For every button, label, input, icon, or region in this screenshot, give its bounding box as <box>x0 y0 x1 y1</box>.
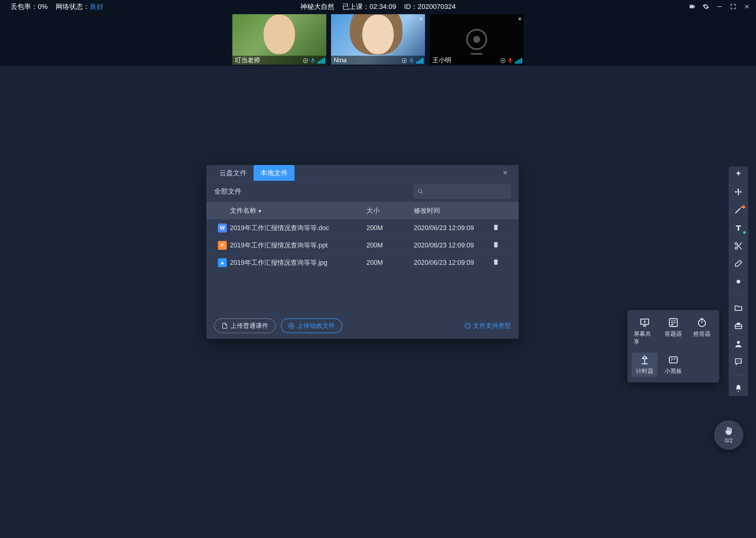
fullscreen-icon[interactable] <box>729 3 737 11</box>
popover-miniboard[interactable]: 小黑板 <box>660 352 686 377</box>
file-mtime: 2020/06/23 12:09:09 <box>414 242 493 249</box>
answertool-icon <box>668 317 679 328</box>
hand-icon <box>724 426 734 437</box>
tool-pen[interactable] <box>732 205 744 215</box>
packet-loss: 丢包率：0% <box>11 2 48 11</box>
file-dialog: 云盘文件本地文件 × 全部文件 文件名称 大小 修改时间 W2019年工作汇报情… <box>206 165 519 339</box>
popover-answertool[interactable]: 答题器 <box>660 315 686 348</box>
video-thumb[interactable]: ×Nina <box>331 14 425 65</box>
file-tab[interactable]: 云盘文件 <box>213 165 254 181</box>
upload-animated-button[interactable]: 上传动效文件 <box>281 318 342 333</box>
svg-rect-9 <box>669 319 677 327</box>
breadcrumb: 全部文件 <box>214 187 242 196</box>
svg-point-16 <box>737 341 740 344</box>
col-mtime[interactable]: 修改时间 <box>414 206 493 215</box>
video-thumb[interactable]: 叮当老师 <box>232 14 326 65</box>
file-type-icon: P <box>218 241 227 250</box>
tool-bell[interactable] <box>732 383 744 394</box>
move-icon <box>734 188 743 197</box>
file-type-icon: ▲ <box>218 258 227 267</box>
mic-status-icon <box>310 58 316 64</box>
signal-icon <box>416 58 423 64</box>
bell-icon <box>734 384 743 393</box>
session-id: ID：2020070324 <box>404 2 456 11</box>
session-title: 神秘大自然 <box>300 2 334 11</box>
popover-label: 屏幕共享 <box>634 330 655 346</box>
svg-point-12 <box>735 242 737 245</box>
delete-file-icon[interactable] <box>493 241 508 249</box>
col-size[interactable]: 大小 <box>366 206 414 215</box>
minimize-icon[interactable] <box>716 3 724 11</box>
popover-label: 计时器 <box>636 367 653 375</box>
tool-text[interactable] <box>732 223 744 233</box>
dialog-close-icon[interactable]: × <box>499 165 511 181</box>
right-toolbar <box>729 167 748 396</box>
search-icon <box>418 188 423 195</box>
file-name: 2019年工作汇报情况查询等等.jpg <box>230 258 366 267</box>
file-row[interactable]: ▲2019年工作汇报情况查询等等.jpg200M2020/06/23 12:09… <box>206 254 519 271</box>
delete-file-icon[interactable] <box>493 258 508 267</box>
video-thumb[interactable]: ×王小明 <box>430 14 524 65</box>
tool-folder[interactable] <box>732 303 744 313</box>
pen-icon <box>734 206 743 215</box>
tool-chat[interactable] <box>732 356 744 367</box>
participant-name: Nina <box>334 56 347 64</box>
folder-icon <box>734 304 743 313</box>
close-icon[interactable] <box>743 3 751 11</box>
camera-off-icon <box>466 29 487 50</box>
thumb-close-icon[interactable]: × <box>518 15 522 23</box>
tool-color[interactable] <box>732 276 744 287</box>
svg-point-13 <box>735 247 737 249</box>
text-icon <box>734 224 743 233</box>
svg-rect-11 <box>669 357 677 363</box>
delete-file-icon[interactable] <box>493 224 508 232</box>
file-row[interactable]: P2019年工作汇报情况查询等等.ppt200M2020/06/23 12:09… <box>206 237 519 254</box>
tool-scissors[interactable] <box>732 241 744 251</box>
file-row[interactable]: W2019年工作汇报情况查询等等.doc200M2020/06/23 12:09… <box>206 219 519 237</box>
gear-icon[interactable] <box>702 3 710 11</box>
laser-icon <box>734 170 743 179</box>
file-mtime: 2020/06/23 12:09:09 <box>414 224 493 232</box>
tool-person[interactable] <box>732 339 744 349</box>
svg-rect-0 <box>717 6 722 7</box>
file-size: 200M <box>366 224 414 232</box>
network-status: 网络状态：良好 <box>56 2 103 11</box>
popover-label: 答题器 <box>665 330 682 338</box>
signal-icon <box>515 58 522 64</box>
file-search-input[interactable] <box>426 188 507 195</box>
raise-hand-count: 0/2 <box>725 437 733 444</box>
tool-eraser[interactable] <box>732 258 744 269</box>
class-elapsed: 已上课：02:34:09 <box>342 2 396 11</box>
color-icon <box>734 277 743 286</box>
tool-move[interactable] <box>732 187 744 197</box>
svg-point-4 <box>403 60 405 62</box>
tools-popover: 屏幕共享答题器抢答器计时器小黑板 <box>627 310 719 383</box>
screenshare-icon <box>639 317 650 328</box>
raise-hand-badge[interactable]: 0/2 <box>714 420 743 450</box>
popover-timer[interactable]: 计时器 <box>632 352 658 377</box>
col-name[interactable]: 文件名称 <box>230 206 366 215</box>
svg-point-2 <box>305 60 306 62</box>
popover-screenshare[interactable]: 屏幕共享 <box>632 315 658 348</box>
mic-status-icon <box>409 58 414 64</box>
supported-types-link[interactable]: 文件支持类型 <box>465 322 511 330</box>
camera-status-icon <box>303 58 308 64</box>
file-type-icon: W <box>218 224 227 233</box>
file-tab[interactable]: 本地文件 <box>254 165 295 181</box>
camera-icon[interactable] <box>688 3 696 11</box>
tool-toolbox[interactable] <box>732 321 744 331</box>
chat-icon <box>734 357 743 366</box>
upload-normal-button[interactable]: 上传普通课件 <box>214 318 276 333</box>
status-bar: 丢包率：0% 网络状态：良好 神秘大自然 已上课：02:34:09 ID：202… <box>0 0 756 13</box>
popover-buzzer[interactable]: 抢答器 <box>689 315 715 348</box>
svg-point-10 <box>698 319 706 327</box>
timer-icon <box>639 355 650 365</box>
file-size: 200M <box>366 259 414 266</box>
file-search[interactable] <box>414 185 511 198</box>
person-icon <box>734 340 743 348</box>
tool-laser[interactable] <box>732 169 744 180</box>
svg-point-14 <box>736 280 740 284</box>
thumb-close-icon[interactable]: × <box>419 15 423 23</box>
scissors-icon <box>734 242 743 250</box>
toolbox-icon <box>734 322 743 331</box>
